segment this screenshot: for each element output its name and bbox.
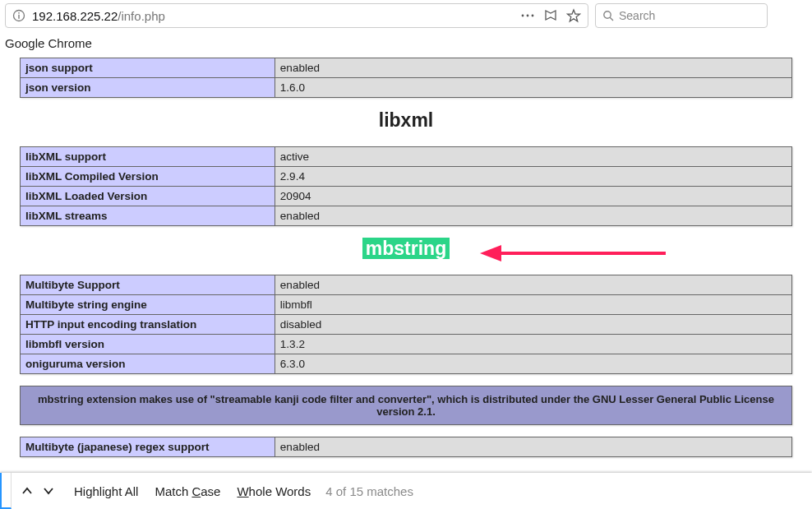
- reader-mode-icon[interactable]: [543, 8, 558, 23]
- table-row: json version1.6.0: [21, 78, 792, 98]
- cell-val: active: [275, 147, 791, 167]
- cell-key: Multibyte Support: [21, 275, 275, 295]
- table-row: oniguruma version6.3.0: [21, 354, 792, 374]
- match-case-toggle[interactable]: Match Case: [146, 484, 228, 498]
- search-highlight: mbstring: [362, 238, 450, 259]
- table-row: libXML Compiled Version2.9.4: [21, 167, 792, 187]
- search-icon: [602, 10, 614, 21]
- cell-key: HTTP input encoding translation: [21, 315, 275, 335]
- cell-val: enabled: [275, 58, 791, 78]
- cell-val: enabled: [275, 275, 791, 295]
- mbstring-table-2: Multibyte (japanese) regex supportenable…: [20, 437, 792, 457]
- cell-key: libXML Loaded Version: [21, 187, 275, 206]
- table-row: libXML streamsenabled: [21, 206, 792, 226]
- cell-key: json version: [21, 78, 275, 98]
- highlight-all-toggle[interactable]: Highlight All: [66, 484, 146, 498]
- table-row: HTTP input encoding translationdisabled: [21, 315, 792, 335]
- find-next-button[interactable]: [38, 480, 59, 502]
- cell-val: 20904: [275, 187, 791, 206]
- tab-strip: Google Chrome: [0, 31, 812, 55]
- cell-key: json support: [21, 58, 275, 78]
- libxml-table: libXML supportactive libXML Compiled Ver…: [20, 146, 792, 226]
- svg-point-3: [522, 15, 524, 17]
- cell-key: Multibyte (japanese) regex support: [21, 437, 275, 457]
- find-prev-button[interactable]: [16, 480, 38, 502]
- cell-key: libXML Compiled Version: [21, 167, 275, 187]
- page-content: json supportenabled json version1.6.0 li…: [0, 56, 812, 473]
- bookmark-star-icon[interactable]: [566, 8, 581, 23]
- cell-key: libXML streams: [21, 206, 275, 226]
- cell-key: Multibyte string engine: [21, 295, 275, 315]
- svg-point-4: [527, 15, 529, 17]
- find-match-count: 4 of 15 matches: [319, 484, 413, 498]
- json-table: json supportenabled json version1.6.0: [20, 58, 792, 98]
- tab-title[interactable]: Google Chrome: [3, 35, 94, 52]
- table-row: libmbfl version1.3.2: [21, 335, 792, 354]
- cell-val: 1.3.2: [275, 335, 791, 354]
- cell-key: libXML support: [21, 147, 275, 167]
- url-bar[interactable]: 192.168.225.22/info.php: [5, 3, 588, 28]
- whole-words-toggle[interactable]: Whole Words: [228, 484, 319, 498]
- cell-key: libmbfl version: [21, 335, 275, 354]
- table-row: libXML supportactive: [21, 147, 792, 167]
- cell-key: oniguruma version: [21, 354, 275, 374]
- cell-val: 2.9.4: [275, 167, 791, 187]
- svg-rect-1: [18, 15, 19, 19]
- site-info-icon[interactable]: [12, 9, 25, 22]
- table-row: json supportenabled: [21, 58, 792, 78]
- cell-val: libmbfl: [275, 295, 791, 315]
- page-actions-icon[interactable]: [520, 9, 535, 22]
- mbstring-table: Multibyte Supportenabled Multibyte strin…: [20, 275, 792, 374]
- section-heading-libxml: libxml: [20, 109, 792, 132]
- cell-val: disabled: [275, 315, 791, 335]
- cell-val: 6.3.0: [275, 354, 791, 374]
- svg-rect-2: [18, 12, 19, 14]
- svg-line-7: [610, 17, 613, 21]
- browser-toolbar: 192.168.225.22/info.php Search: [0, 0, 812, 31]
- url-text[interactable]: 192.168.225.22/info.php: [32, 9, 515, 23]
- table-row: Multibyte string enginelibmbfl: [21, 295, 792, 315]
- table-row: Multibyte Supportenabled: [21, 275, 792, 295]
- note-text: mbstring extension makes use of "streama…: [21, 386, 792, 425]
- svg-point-5: [532, 15, 534, 17]
- svg-point-6: [604, 12, 611, 18]
- cell-val: 1.6.0: [275, 78, 791, 98]
- table-row: libXML Loaded Version20904: [21, 187, 792, 206]
- table-row: Multibyte (japanese) regex supportenable…: [21, 437, 792, 457]
- find-bar: Highlight All Match Case Whole Words 4 o…: [0, 473, 812, 509]
- cell-val: enabled: [275, 437, 791, 457]
- mbstring-note: mbstring extension makes use of "streama…: [20, 386, 792, 425]
- find-input[interactable]: [0, 473, 12, 509]
- search-placeholder: Search: [619, 9, 655, 22]
- section-heading-mbstring: mbstring: [20, 238, 792, 260]
- search-box[interactable]: Search: [595, 3, 768, 28]
- cell-val: enabled: [275, 206, 791, 226]
